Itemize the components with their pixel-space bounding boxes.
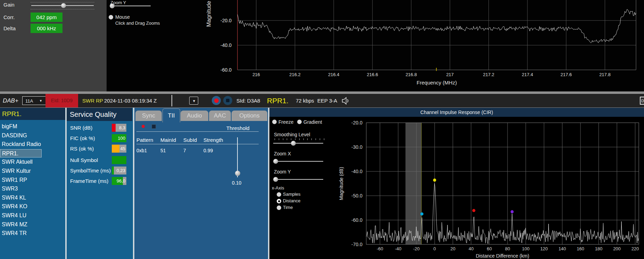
station-item-swr-aktuell[interactable]: SWR Aktuell <box>0 158 64 166</box>
xaxis-option-label-samples: Samples <box>283 192 301 197</box>
sq-bar-fill <box>112 156 126 164</box>
station-item-swr4-mz[interactable]: SWR4 MZ <box>0 220 64 229</box>
stop-button[interactable] <box>223 96 232 105</box>
cir-peak-marker <box>420 212 424 216</box>
app-window: Gain Corr. 042 ppm Delta 000 kHz Zoom Y … <box>0 0 644 259</box>
tii-col-header-subid: SubId <box>183 137 197 143</box>
station-list: bigFMDASDINGRockland RadioRPR1.SWR Aktue… <box>0 122 65 258</box>
cir-y-tick-label: -60.0 <box>351 217 362 223</box>
cir-zoom-x-label: Zoom X <box>274 151 291 156</box>
sq-bar-rs-ok: 45 <box>112 145 126 153</box>
station-item-dasding[interactable]: DASDING <box>0 131 64 140</box>
cir-x-tick-label: -40 <box>395 246 402 251</box>
sq-bar-null-symbol <box>112 156 126 164</box>
gain-slider-ticks-top <box>31 2 94 2</box>
freeze-radio[interactable] <box>272 120 277 124</box>
mouse-radio[interactable] <box>109 15 113 19</box>
gain-slider-thumb[interactable] <box>61 3 66 8</box>
tii-cell: 51 <box>160 148 166 153</box>
cir-x-tick-label: 140 <box>559 246 566 251</box>
spectrum-plot[interactable]: 216216.2216.4216.6216.8217217.2217.4217.… <box>194 0 644 90</box>
cir-zoom-x-thumb[interactable] <box>273 159 278 164</box>
delta-label: Delta <box>3 25 16 31</box>
station-item-swr4-ko[interactable]: SWR4 KO <box>0 202 64 211</box>
cir-x-tick-label: 120 <box>540 246 548 251</box>
smoothing-tick <box>307 138 308 140</box>
xaxis-radio-time[interactable] <box>277 205 281 210</box>
sq-row-symboltime-ms: SymbolTime (ms)0,23 <box>67 167 133 175</box>
smoothing-tick <box>295 138 295 140</box>
cir-y-axis-label: Magnitude (dB) <box>338 167 344 200</box>
tii-table: PatternMainIdSubIdStrength0xb15170.99 <box>134 108 225 259</box>
cir-plot[interactable]: -60-40-20020406080100120140160180200220-… <box>333 117 644 259</box>
smoothing-tick <box>275 138 275 140</box>
toolbar-separator <box>172 95 172 106</box>
station-item-swr4-kl[interactable]: SWR4 KL <box>0 194 64 202</box>
station-item-swr4-tr[interactable]: SWR4 TR <box>0 229 64 237</box>
cir-zoom-y-track[interactable] <box>273 179 323 180</box>
sq-bar-fic-ok: 100 <box>112 134 126 142</box>
dropdown-button[interactable]: ▼ <box>189 97 198 105</box>
cir-title: Channel Impulse Response (CIR) <box>269 108 644 117</box>
station-item-bigfm[interactable]: bigFM <box>0 122 64 131</box>
spectrum-zone: Zoom Y Mouse Click and Drag Zooms 216216… <box>107 0 644 91</box>
xaxis-option-label-time: Time <box>283 205 293 210</box>
spectrum-zoom-y-track[interactable] <box>111 6 151 6</box>
station-item-swr1-rp[interactable]: SWR1 RP <box>0 176 64 184</box>
cir-y-tick-label: -30.0 <box>351 144 362 150</box>
record-icon <box>214 98 219 103</box>
speaker-icon[interactable] <box>342 97 350 105</box>
mouse-hint: Click and Drag Zooms <box>115 21 160 26</box>
sq-bar-value: 0,23 <box>117 167 125 175</box>
sq-row-snr-db: SNR (dB)8,3 <box>67 124 133 132</box>
sq-bar-frametime-ms: 96,0 <box>112 177 126 185</box>
gradient-label: Gradient <box>303 119 322 125</box>
xaxis-radio-distance[interactable] <box>277 199 281 203</box>
tab-options[interactable]: Options <box>232 111 267 121</box>
corr-value-box: 042 ppm <box>31 13 62 22</box>
cir-x-tick-label: 0 <box>433 246 436 251</box>
station-item-swr3[interactable]: SWR3 <box>0 185 64 193</box>
cir-zoom-y-thumb[interactable] <box>273 177 278 182</box>
smoothing-tick <box>316 138 316 140</box>
tii-cell: 0xb1 <box>136 148 147 153</box>
tuner-panel: Gain Corr. 042 ppm Delta 000 kHz <box>0 0 107 91</box>
guard-interval-band <box>405 123 421 244</box>
xaxis-radio-samples[interactable] <box>277 192 281 197</box>
sq-row-null-symbol: Null Symbol <box>67 156 133 164</box>
sq-row-label: SymbolTime (ms) <box>70 167 111 175</box>
tab-tii[interactable]: TII <box>162 108 180 122</box>
chevron-down-icon: ▼ <box>39 97 42 105</box>
station-item-rpr1[interactable]: RPR1. <box>0 149 42 157</box>
smoothing-slider-thumb[interactable] <box>291 141 296 146</box>
station-item-rockland-radio[interactable]: Rockland Radio <box>0 140 64 148</box>
cir-x-tick-label: 160 <box>577 246 584 251</box>
corner-button[interactable]: D <box>640 97 644 105</box>
gain-slider[interactable] <box>31 1 94 10</box>
smoothing-tick <box>299 138 300 140</box>
ensemble-id-badge: EId: 10D9 <box>45 94 78 107</box>
cir-y-tick-label: -50.0 <box>351 193 362 199</box>
ensemble-label: SWR RP <box>82 94 103 107</box>
tii-col-header-strength: Strength <box>203 137 223 143</box>
spectrum-x-tick-label: 216.8 <box>405 72 417 77</box>
service-id-label: SId: D3A8 <box>236 94 260 107</box>
smoothing-tick <box>287 138 287 140</box>
channel-select[interactable]: 11A ▼ <box>22 96 46 105</box>
gradient-radio[interactable] <box>297 120 302 124</box>
station-item-swr4-lu[interactable]: SWR4 LU <box>0 211 64 220</box>
delta-value-box: 000 kHz <box>31 24 62 33</box>
smoothing-slider-track[interactable] <box>273 143 323 144</box>
cir-zoom-x-track[interactable] <box>273 161 323 162</box>
record-button[interactable] <box>212 96 221 105</box>
spectrum-y-tick-label: -60.0 <box>220 67 232 73</box>
tii-cell: 0.99 <box>203 148 213 153</box>
spectrum-zoom-y-thumb[interactable] <box>110 3 115 8</box>
threshold-slider-thumb[interactable] <box>235 171 240 176</box>
cir-x-tick-label: 20 <box>450 246 455 251</box>
tii-cell: 7 <box>183 148 186 153</box>
sq-bar-fill <box>112 124 116 132</box>
station-item-swr-kultur[interactable]: SWR Kultur <box>0 167 64 175</box>
spectrum-x-tick-label: 217.6 <box>561 72 572 77</box>
xaxis-label: x-Axis <box>272 185 284 191</box>
